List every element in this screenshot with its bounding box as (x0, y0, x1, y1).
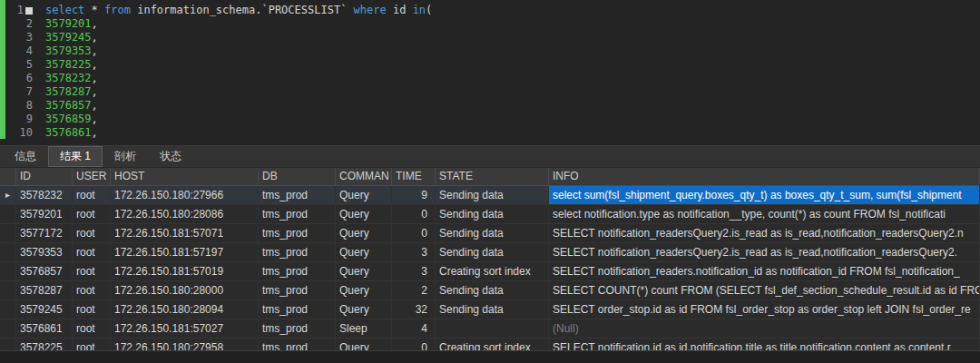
cell-command[interactable]: Query (336, 243, 392, 261)
cell-info[interactable]: SELECT order_stop.id as id FROM fsl_orde… (549, 300, 980, 319)
cell-id[interactable]: 3578287 (16, 281, 73, 299)
table-row[interactable]: 3579353root172.26.150.181:57197tms_prodQ… (0, 243, 980, 262)
cell-state[interactable]: Sending data (436, 300, 549, 319)
code-lines[interactable]: select * from information_schema.`PROCES… (38, 0, 980, 145)
tab-profile[interactable]: 剖析 (103, 147, 147, 166)
cell-info[interactable]: (Null) (549, 319, 980, 338)
cell-info[interactable]: SELECT COUNT(*) count FROM (SELECT fsl_d… (549, 281, 980, 299)
tab-result-1[interactable]: 结果 1 (49, 147, 102, 166)
cell-time[interactable]: 3 (392, 262, 436, 280)
cell-state[interactable]: Sending data (436, 243, 549, 261)
cell-command[interactable]: Query (336, 262, 392, 280)
cell-db[interactable]: tms_prod (259, 262, 336, 280)
code-line[interactable]: 3576859, (45, 113, 980, 126)
code-line[interactable]: 3579201, (45, 17, 980, 31)
table-row[interactable]: 3576861root172.26.150.181:57027tms_prodS… (0, 319, 980, 338)
header-cell-db[interactable]: DB (259, 168, 336, 185)
code-token: , (92, 58, 98, 71)
header-cell-time-h[interactable]: TIME (392, 168, 436, 185)
tab-status[interactable]: 状态 (149, 147, 192, 166)
cell-state[interactable]: Sending data (436, 281, 549, 299)
table-row[interactable]: 3576857root172.26.150.181:57019tms_prodQ… (0, 262, 980, 281)
cell-id[interactable]: 3579353 (16, 243, 73, 261)
cell-user[interactable]: root (73, 205, 111, 223)
cell-info[interactable]: select notification.type as notification… (549, 205, 980, 223)
cell-info[interactable]: SELECT notification_readersQuery2.is_rea… (549, 224, 980, 242)
cell-state[interactable]: Sending data (436, 205, 549, 223)
cell-host[interactable]: 172.26.150.180:28094 (111, 300, 259, 319)
cell-user[interactable]: root (73, 262, 111, 280)
cell-id[interactable]: 3579201 (16, 205, 73, 223)
tab-info[interactable]: 信息 (4, 147, 47, 166)
code-line[interactable]: 3579245, (45, 31, 980, 44)
cell-host[interactable]: 172.26.150.181:57071 (111, 224, 259, 242)
cell-state[interactable]: Sending data (436, 186, 549, 204)
cell-info[interactable]: SELECT notification_readers.notification… (549, 262, 980, 280)
cell-time[interactable]: 0 (392, 224, 436, 242)
cell-command[interactable]: Query (336, 281, 392, 299)
cell-command[interactable]: Query (336, 300, 392, 319)
cell-id[interactable]: 3576861 (16, 319, 73, 338)
cell-db[interactable]: tms_prod (259, 205, 336, 223)
cell-host[interactable]: 172.26.150.180:27966 (111, 186, 259, 204)
cell-command[interactable]: Query (336, 224, 392, 242)
cell-host[interactable]: 172.26.150.180:28086 (111, 205, 259, 223)
cell-db[interactable]: tms_prod (259, 319, 336, 338)
header-cell-command[interactable]: COMMAN (336, 168, 392, 185)
cell-info[interactable]: select sum(fsl_shipment_query.boxes_qty_… (549, 186, 980, 204)
header-cell-user[interactable]: USER (73, 168, 111, 185)
cell-host[interactable]: 172.26.150.181:57197 (111, 243, 259, 261)
code-line[interactable]: 3576857, (45, 99, 980, 113)
cell-state[interactable]: Sending data (436, 224, 549, 242)
table-row[interactable]: ▸3578232root172.26.150.180:27966tms_prod… (0, 186, 980, 205)
cell-db[interactable]: tms_prod (259, 281, 336, 299)
cell-id[interactable]: 3576857 (16, 262, 73, 280)
table-row[interactable]: 3578287root172.26.150.180:28000tms_prodQ… (0, 281, 980, 300)
table-row[interactable]: 3579245root172.26.150.180:28094tms_prodQ… (0, 300, 980, 319)
cell-command[interactable]: Query (336, 186, 392, 204)
cell-user[interactable]: root (73, 300, 111, 319)
code-line[interactable]: 3578287, (45, 85, 980, 99)
code-line[interactable]: 3578232, (45, 72, 980, 85)
table-row[interactable]: 3577172root172.26.150.181:57071tms_prodQ… (0, 224, 980, 243)
cell-user[interactable]: root (73, 224, 111, 242)
cell-time[interactable]: 9 (392, 186, 436, 204)
cell-time[interactable]: 32 (392, 300, 436, 319)
header-cell-info[interactable]: INFO (549, 168, 980, 185)
cell-user[interactable]: root (73, 186, 111, 204)
cell-time[interactable]: 0 (392, 205, 436, 223)
cell-id[interactable]: 3577172 (16, 224, 73, 242)
code-line[interactable]: select * from information_schema.`PROCES… (45, 4, 980, 17)
sql-client-window: 12345678910 select * from information_sc… (0, 0, 980, 363)
cell-state[interactable]: Creating sort index (436, 262, 549, 280)
code-token: 3578225 (45, 58, 92, 71)
cell-time[interactable]: 4 (392, 319, 436, 338)
header-cell-id[interactable]: ID (16, 168, 73, 185)
cell-id[interactable]: 3578232 (16, 186, 73, 204)
cell-id[interactable]: 3579245 (16, 300, 73, 319)
code-line[interactable]: 3578225, (45, 58, 980, 72)
cell-command[interactable]: Sleep (336, 319, 392, 338)
cell-user[interactable]: root (73, 281, 111, 299)
cell-host[interactable]: 172.26.150.181:57027 (111, 319, 259, 338)
sql-editor[interactable]: 12345678910 select * from information_sc… (0, 0, 980, 146)
cell-db[interactable]: tms_prod (259, 243, 336, 261)
cell-info[interactable]: SELECT notification_readersQuery2.is_rea… (549, 243, 980, 261)
cell-db[interactable]: tms_prod (259, 186, 336, 204)
table-row[interactable]: 3579201root172.26.150.180:28086tms_prodQ… (0, 205, 980, 224)
code-line[interactable]: 3579353, (45, 44, 980, 58)
cell-user[interactable]: root (73, 319, 111, 338)
cell-time[interactable]: 2 (392, 281, 436, 299)
header-cell-host[interactable]: HOST (111, 168, 259, 185)
header-cell-state[interactable]: STATE (436, 168, 549, 185)
code-line[interactable]: 3576861, (45, 126, 980, 140)
cell-host[interactable]: 172.26.150.180:28000 (111, 281, 259, 299)
cell-host[interactable]: 172.26.150.181:57019 (111, 262, 259, 280)
header-cell-marker[interactable] (0, 168, 16, 185)
cell-command[interactable]: Query (336, 205, 392, 223)
cell-db[interactable]: tms_prod (259, 300, 336, 319)
cell-time[interactable]: 3 (392, 243, 436, 261)
cell-state[interactable] (436, 319, 549, 338)
cell-db[interactable]: tms_prod (259, 224, 336, 242)
cell-user[interactable]: root (73, 243, 111, 261)
